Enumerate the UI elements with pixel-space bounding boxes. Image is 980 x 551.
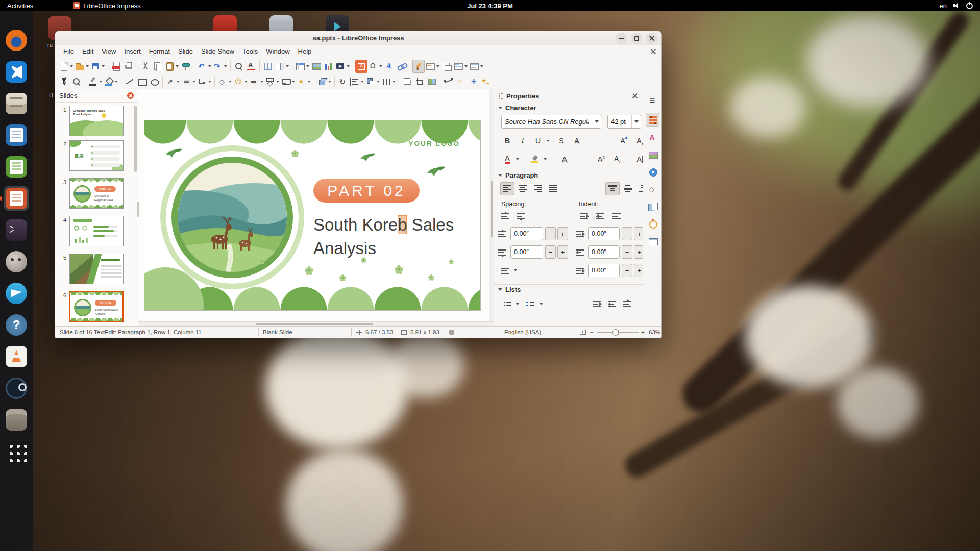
dropdown-arrow-icon[interactable] [175,60,179,73]
display-grid-button[interactable] [262,60,274,73]
font-color-dropdown-icon[interactable] [514,156,521,163]
indent-after-stepper2[interactable]: + [634,245,643,259]
slide-page[interactable]: YOUR LOGO [144,120,481,311]
insert-image-button[interactable] [310,60,323,73]
export-pdf-button[interactable] [110,60,122,73]
shadow-button[interactable]: A [570,134,584,147]
slides-panel-close-button[interactable] [127,92,134,99]
edit-points-button[interactable] [443,76,455,88]
menu-help[interactable]: Help [294,45,316,58]
spacing-above-plus-button[interactable]: + [557,227,568,240]
sidebar-tab-shapes[interactable] [646,182,659,196]
dropdown-arrow-icon[interactable] [291,76,296,88]
flowchart-button[interactable] [264,76,280,88]
superscript-button[interactable]: A2 [594,153,608,166]
dock-item-writer[interactable] [4,122,29,148]
flower-decoration[interactable] [395,265,403,274]
symbol-shapes-button[interactable] [233,76,249,88]
3d-objects-button[interactable] [316,76,332,88]
demote-button[interactable] [590,297,604,311]
insert-text-box-button[interactable] [355,60,368,73]
indent-before-stepper[interactable]: − [622,227,632,240]
shadow-button[interactable] [401,76,413,88]
callout-shapes-button[interactable] [280,76,296,88]
new-document-button[interactable] [58,60,74,73]
bird-illustration[interactable] [425,165,448,181]
slide-3-thumbnail[interactable]: PART 01 Overview of Regional Sales [69,178,124,209]
spacing-above-input[interactable] [510,227,543,240]
menu-file[interactable]: File [59,45,78,58]
power-icon[interactable] [966,3,973,9]
dropdown-arrow-icon[interactable] [327,76,332,88]
basic-shapes-button[interactable] [217,76,233,88]
dropdown-arrow-icon[interactable] [463,60,468,73]
line-color-button[interactable] [87,76,103,88]
font-name-input[interactable] [502,118,592,126]
character-highlight-button[interactable]: A [557,153,572,166]
slide-6-thumbnail[interactable]: PART 02 South China Sales Analysis [69,291,124,322]
font-size-combobox[interactable] [607,115,641,129]
dropdown-arrow-icon[interactable] [275,76,280,88]
spacing-below-minus-button[interactable]: − [545,245,556,259]
bird-illustration[interactable] [359,152,377,164]
character-section-header[interactable]: Character [494,103,643,113]
menu-view[interactable]: View [97,45,120,58]
paste-button[interactable] [164,60,180,73]
slide-circle-image[interactable] [160,145,304,289]
spacing-above-minus-button[interactable]: − [545,227,556,240]
slide-thumbnail-row[interactable]: 5 [55,254,134,285]
menu-insert[interactable]: Insert [120,45,145,58]
slide-thumbnail-row[interactable]: 3 PART 01 Overview of Regional Sales [55,178,134,210]
unordered-list-button[interactable] [500,297,514,311]
save-button[interactable] [90,60,106,73]
dock-item-vscode[interactable] [4,59,29,85]
unordered-list-dropdown-icon[interactable] [514,300,521,308]
first-line-indent-stepper2[interactable]: + [634,264,643,277]
dock-item-steam[interactable] [4,375,29,401]
highlight-dropdown-icon[interactable] [542,156,548,163]
dropdown-arrow-icon[interactable] [479,60,484,73]
align-vcenter-button[interactable] [621,182,635,195]
sidebar-tab-properties[interactable] [646,113,659,127]
dropdown-arrow-icon[interactable] [391,76,396,88]
dock-item-calc[interactable] [4,154,29,180]
cut-button[interactable] [139,60,152,73]
volume-icon[interactable] [953,3,960,9]
align-bottom-button[interactable] [636,182,643,195]
sidebar-tab-gallery[interactable] [646,147,659,161]
menu-tools[interactable]: Tools [238,45,262,58]
dock-item-terminal[interactable] [4,217,29,243]
indent-before-input[interactable] [588,227,620,240]
sidebar-tab-sidebar-menu[interactable] [646,93,659,107]
maximize-button[interactable] [631,33,642,44]
ellipse-button[interactable] [148,76,160,88]
slide-layout-status[interactable]: Blank Slide [263,327,292,338]
dropdown-arrow-icon[interactable] [376,76,380,88]
dropdown-arrow-icon[interactable] [360,76,364,88]
slide-edit-canvas[interactable]: YOUR LOGO [138,89,494,326]
align-objects-button[interactable] [349,76,365,88]
insert-line-button[interactable] [124,76,136,88]
vertical-scrollbar-thumb[interactable] [491,181,493,237]
font-name-combobox[interactable] [501,115,601,129]
character-spacing-button[interactable]: A| [633,153,643,166]
dock-item-files[interactable] [4,91,29,116]
menu-window[interactable]: Window [262,45,293,58]
rotate-button[interactable] [337,76,349,88]
open-button[interactable] [74,60,90,73]
dropdown-arrow-icon[interactable] [191,76,196,88]
minimize-button[interactable] [616,33,627,44]
underline-dropdown-icon[interactable] [545,137,551,144]
image-filter-button[interactable] [426,76,438,88]
align-left-button[interactable] [500,182,514,195]
line-spacing-icon[interactable] [501,266,510,276]
slide-thumbnail-row[interactable]: 4 [55,216,134,247]
dropdown-arrow-icon[interactable] [307,76,311,88]
sidebar-tab-slide-transition[interactable] [646,199,659,213]
spelling-button[interactable] [245,60,257,73]
align-top-button[interactable] [605,182,620,195]
animation-button[interactable] [479,76,492,88]
dock-item-vlc[interactable] [4,344,29,369]
zoom-button[interactable] [70,76,83,88]
underline-button[interactable]: U [531,134,545,147]
